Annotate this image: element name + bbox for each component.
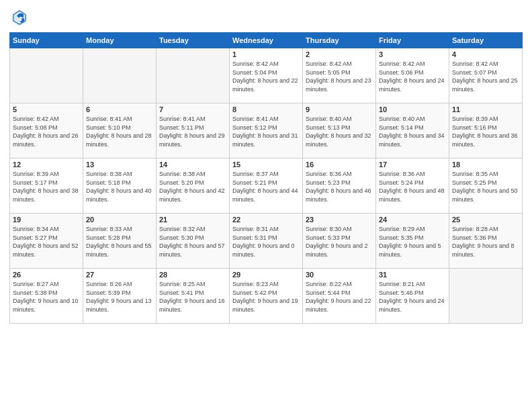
day-number: 11 [452, 105, 519, 113]
day-number: 29 [232, 271, 300, 279]
day-info: Sunrise: 8:25 AM Sunset: 5:41 PM Dayligh… [159, 280, 226, 314]
calendar-cell: 18Sunrise: 8:35 AM Sunset: 5:25 PM Dayli… [449, 158, 523, 214]
day-info: Sunrise: 8:42 AM Sunset: 5:04 PM Dayligh… [232, 60, 300, 93]
calendar-header-sunday: Sunday [10, 33, 83, 48]
day-info: Sunrise: 8:27 AM Sunset: 5:38 PM Dayligh… [13, 280, 80, 314]
calendar-cell: 13Sunrise: 8:38 AM Sunset: 5:18 PM Dayli… [83, 158, 157, 214]
day-info: Sunrise: 8:34 AM Sunset: 5:27 PM Dayligh… [13, 225, 80, 259]
day-number: 13 [86, 161, 153, 169]
day-number: 25 [452, 216, 519, 224]
day-number: 7 [159, 105, 226, 113]
calendar-cell: 17Sunrise: 8:36 AM Sunset: 5:24 PM Dayli… [376, 158, 449, 214]
day-info: Sunrise: 8:42 AM Sunset: 5:07 PM Dayligh… [452, 60, 519, 93]
day-info: Sunrise: 8:26 AM Sunset: 5:39 PM Dayligh… [86, 280, 153, 314]
calendar-header-saturday: Saturday [449, 33, 523, 48]
day-number: 30 [306, 271, 373, 279]
calendar-cell: 2Sunrise: 8:42 AM Sunset: 5:05 PM Daylig… [303, 48, 376, 103]
calendar-header-row: SundayMondayTuesdayWednesdayThursdayFrid… [10, 33, 523, 48]
day-number: 2 [306, 50, 373, 58]
day-number: 4 [452, 50, 519, 58]
day-number: 1 [232, 50, 300, 58]
calendar-cell: 30Sunrise: 8:22 AM Sunset: 5:44 PM Dayli… [303, 269, 376, 324]
calendar-cell: 3Sunrise: 8:42 AM Sunset: 5:06 PM Daylig… [376, 48, 449, 103]
calendar-cell: 23Sunrise: 8:30 AM Sunset: 5:33 PM Dayli… [303, 214, 376, 269]
calendar-cell [10, 48, 83, 103]
calendar-cell: 29Sunrise: 8:23 AM Sunset: 5:42 PM Dayli… [230, 269, 303, 324]
logo [9, 7, 32, 27]
day-info: Sunrise: 8:38 AM Sunset: 5:18 PM Dayligh… [86, 170, 153, 203]
day-info: Sunrise: 8:37 AM Sunset: 5:21 PM Dayligh… [232, 170, 300, 203]
day-info: Sunrise: 8:39 AM Sunset: 5:16 PM Dayligh… [452, 115, 519, 148]
calendar-week-row: 19Sunrise: 8:34 AM Sunset: 5:27 PM Dayli… [10, 214, 523, 269]
day-info: Sunrise: 8:40 AM Sunset: 5:13 PM Dayligh… [306, 115, 373, 148]
day-info: Sunrise: 8:35 AM Sunset: 5:25 PM Dayligh… [452, 170, 519, 203]
day-info: Sunrise: 8:31 AM Sunset: 5:31 PM Dayligh… [232, 225, 300, 259]
day-number: 21 [159, 216, 226, 224]
day-info: Sunrise: 8:30 AM Sunset: 5:33 PM Dayligh… [306, 225, 373, 259]
day-info: Sunrise: 8:29 AM Sunset: 5:35 PM Dayligh… [379, 225, 446, 259]
day-info: Sunrise: 8:39 AM Sunset: 5:17 PM Dayligh… [13, 170, 80, 203]
calendar-header-thursday: Thursday [303, 33, 376, 48]
day-number: 18 [452, 161, 519, 169]
day-info: Sunrise: 8:36 AM Sunset: 5:23 PM Dayligh… [306, 170, 373, 203]
day-number: 24 [379, 216, 446, 224]
calendar-cell: 11Sunrise: 8:39 AM Sunset: 5:16 PM Dayli… [449, 103, 523, 158]
day-number: 6 [86, 105, 153, 113]
day-number: 20 [86, 216, 153, 224]
calendar-header-wednesday: Wednesday [230, 33, 303, 48]
day-info: Sunrise: 8:23 AM Sunset: 5:42 PM Dayligh… [232, 280, 300, 314]
calendar-header-monday: Monday [83, 33, 157, 48]
day-info: Sunrise: 8:40 AM Sunset: 5:14 PM Dayligh… [379, 115, 446, 148]
calendar-cell: 9Sunrise: 8:40 AM Sunset: 5:13 PM Daylig… [303, 103, 376, 158]
day-info: Sunrise: 8:22 AM Sunset: 5:44 PM Dayligh… [306, 280, 373, 314]
calendar-week-row: 5Sunrise: 8:42 AM Sunset: 5:08 PM Daylig… [10, 103, 523, 158]
day-number: 10 [379, 105, 446, 113]
day-info: Sunrise: 8:42 AM Sunset: 5:08 PM Dayligh… [13, 115, 80, 148]
day-info: Sunrise: 8:41 AM Sunset: 5:11 PM Dayligh… [159, 115, 226, 148]
calendar-cell: 10Sunrise: 8:40 AM Sunset: 5:14 PM Dayli… [376, 103, 449, 158]
day-number: 27 [86, 271, 153, 279]
calendar-cell: 22Sunrise: 8:31 AM Sunset: 5:31 PM Dayli… [230, 214, 303, 269]
day-number: 5 [13, 105, 80, 113]
day-number: 28 [159, 271, 226, 279]
page: SundayMondayTuesdayWednesdayThursdayFrid… [0, 0, 532, 411]
day-number: 15 [232, 161, 300, 169]
day-info: Sunrise: 8:42 AM Sunset: 5:05 PM Dayligh… [306, 60, 373, 93]
day-info: Sunrise: 8:28 AM Sunset: 5:36 PM Dayligh… [452, 225, 519, 259]
calendar-cell: 21Sunrise: 8:32 AM Sunset: 5:30 PM Dayli… [157, 214, 230, 269]
calendar-header-friday: Friday [376, 33, 449, 48]
calendar-cell: 31Sunrise: 8:21 AM Sunset: 5:46 PM Dayli… [376, 269, 449, 324]
calendar-cell: 5Sunrise: 8:42 AM Sunset: 5:08 PM Daylig… [10, 103, 83, 158]
calendar-cell: 20Sunrise: 8:33 AM Sunset: 5:28 PM Dayli… [83, 214, 157, 269]
calendar-cell: 28Sunrise: 8:25 AM Sunset: 5:41 PM Dayli… [157, 269, 230, 324]
calendar-cell: 8Sunrise: 8:41 AM Sunset: 5:12 PM Daylig… [230, 103, 303, 158]
calendar-week-row: 1Sunrise: 8:42 AM Sunset: 5:04 PM Daylig… [10, 48, 523, 103]
day-number: 22 [232, 216, 300, 224]
day-number: 31 [379, 271, 446, 279]
day-info: Sunrise: 8:36 AM Sunset: 5:24 PM Dayligh… [379, 170, 446, 203]
day-number: 16 [306, 161, 373, 169]
day-number: 12 [13, 161, 80, 169]
calendar-cell: 27Sunrise: 8:26 AM Sunset: 5:39 PM Dayli… [83, 269, 157, 324]
day-number: 17 [379, 161, 446, 169]
calendar-cell: 25Sunrise: 8:28 AM Sunset: 5:36 PM Dayli… [449, 214, 523, 269]
day-number: 23 [306, 216, 373, 224]
calendar-cell [83, 48, 157, 103]
calendar-cell: 24Sunrise: 8:29 AM Sunset: 5:35 PM Dayli… [376, 214, 449, 269]
calendar-cell: 6Sunrise: 8:41 AM Sunset: 5:10 PM Daylig… [83, 103, 157, 158]
calendar-cell: 7Sunrise: 8:41 AM Sunset: 5:11 PM Daylig… [157, 103, 230, 158]
calendar-header-tuesday: Tuesday [157, 33, 230, 48]
day-info: Sunrise: 8:42 AM Sunset: 5:06 PM Dayligh… [379, 60, 446, 93]
day-info: Sunrise: 8:41 AM Sunset: 5:12 PM Dayligh… [232, 115, 300, 148]
calendar-cell: 14Sunrise: 8:38 AM Sunset: 5:20 PM Dayli… [157, 158, 230, 214]
logo-icon [9, 7, 30, 27]
calendar-cell: 26Sunrise: 8:27 AM Sunset: 5:38 PM Dayli… [10, 269, 83, 324]
day-number: 14 [159, 161, 226, 169]
day-number: 26 [13, 271, 80, 279]
calendar-cell [449, 269, 523, 324]
calendar-cell: 1Sunrise: 8:42 AM Sunset: 5:04 PM Daylig… [230, 48, 303, 103]
calendar-cell [157, 48, 230, 103]
day-info: Sunrise: 8:21 AM Sunset: 5:46 PM Dayligh… [379, 280, 446, 314]
calendar-cell: 15Sunrise: 8:37 AM Sunset: 5:21 PM Dayli… [230, 158, 303, 214]
calendar-cell: 4Sunrise: 8:42 AM Sunset: 5:07 PM Daylig… [449, 48, 523, 103]
